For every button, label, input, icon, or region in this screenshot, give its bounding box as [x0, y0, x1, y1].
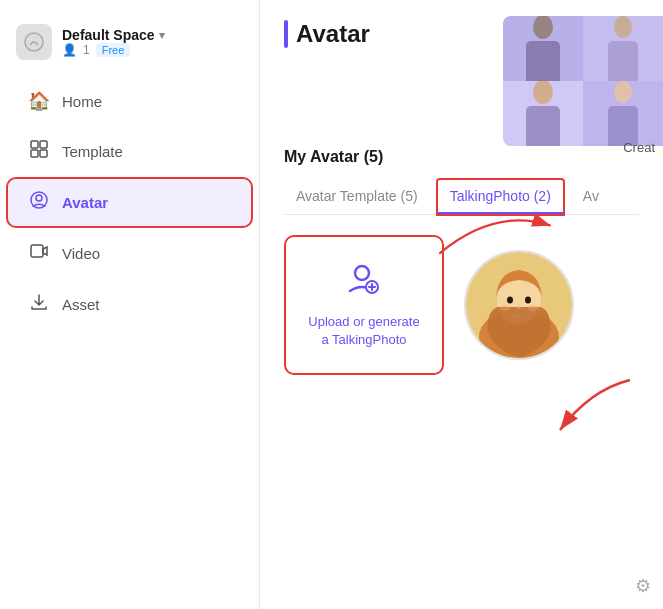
workspace-header[interactable]: Default Space ▾ 👤 1 Free: [0, 16, 259, 76]
sidebar-item-video[interactable]: Video: [8, 230, 251, 277]
title-bar-accent: [284, 20, 288, 48]
svg-rect-9: [526, 41, 560, 82]
avatar-preview-cell-3: [503, 81, 583, 146]
svg-point-21: [507, 297, 513, 304]
sidebar: Default Space ▾ 👤 1 Free 🏠 Home Template: [0, 0, 260, 609]
workspace-icon: [16, 24, 52, 60]
svg-point-22: [525, 297, 531, 304]
workspace-meta: 👤 1 Free: [62, 43, 165, 57]
svg-rect-3: [31, 150, 38, 157]
tab-av[interactable]: Av: [571, 180, 611, 214]
svg-point-8: [533, 16, 553, 39]
svg-rect-1: [31, 141, 38, 148]
asset-icon: [28, 293, 50, 316]
tabs-row: Avatar Template (5) TalkingPhoto (2) Av: [284, 180, 639, 215]
svg-rect-4: [40, 150, 47, 157]
sidebar-item-video-label: Video: [62, 245, 100, 262]
avatar-preview-cell-2: [583, 16, 663, 81]
svg-point-16: [355, 266, 369, 280]
sidebar-item-template-label: Template: [62, 143, 123, 160]
avatar-preview-cell-4: [583, 81, 663, 146]
avatar-circle: [464, 250, 574, 360]
video-icon: [28, 242, 50, 265]
tab-avatar-template[interactable]: Avatar Template (5): [284, 180, 430, 214]
upload-label: Upload or generate a TalkingPhoto: [308, 313, 419, 349]
svg-rect-7: [31, 245, 43, 257]
sidebar-item-home[interactable]: 🏠 Home: [8, 78, 251, 124]
avatar-preview-cell-1: [503, 16, 583, 81]
workspace-name: Default Space ▾: [62, 27, 165, 43]
svg-point-14: [614, 81, 632, 103]
tab-talking-photo[interactable]: TalkingPhoto (2): [438, 180, 563, 214]
avatar-icon: [28, 191, 50, 214]
main-content: Avatar Creat: [260, 0, 663, 609]
sidebar-item-asset[interactable]: Asset: [8, 281, 251, 328]
svg-rect-2: [40, 141, 47, 148]
svg-point-24: [500, 305, 510, 311]
settings-icon[interactable]: ⚙: [635, 575, 651, 597]
section-title: My Avatar (5): [284, 148, 639, 166]
template-icon: [28, 140, 50, 163]
upload-icon: [346, 261, 382, 305]
member-icon: 👤: [62, 43, 77, 57]
page-title: Avatar: [296, 20, 370, 48]
upload-box[interactable]: Upload or generate a TalkingPhoto: [284, 235, 444, 375]
sidebar-item-avatar[interactable]: Avatar: [8, 179, 251, 226]
svg-point-25: [528, 305, 538, 311]
svg-point-6: [36, 195, 42, 201]
arrow-annotation-2: [550, 370, 640, 440]
svg-rect-11: [608, 41, 638, 82]
svg-rect-13: [526, 106, 560, 147]
content-row: Upload or generate a TalkingPhoto: [284, 235, 639, 375]
sidebar-item-asset-label: Asset: [62, 296, 100, 313]
chevron-down-icon: ▾: [159, 29, 165, 42]
sidebar-item-template[interactable]: Template: [8, 128, 251, 175]
create-label: Creat: [623, 140, 655, 155]
svg-point-23: [517, 306, 521, 309]
workspace-info: Default Space ▾ 👤 1 Free: [62, 27, 165, 57]
sidebar-item-avatar-label: Avatar: [62, 194, 108, 211]
svg-point-12: [533, 81, 553, 104]
plan-badge: Free: [96, 43, 131, 57]
sidebar-item-home-label: Home: [62, 93, 102, 110]
home-icon: 🏠: [28, 90, 50, 112]
avatar-preview-grid: [503, 16, 663, 146]
svg-point-10: [614, 16, 632, 38]
